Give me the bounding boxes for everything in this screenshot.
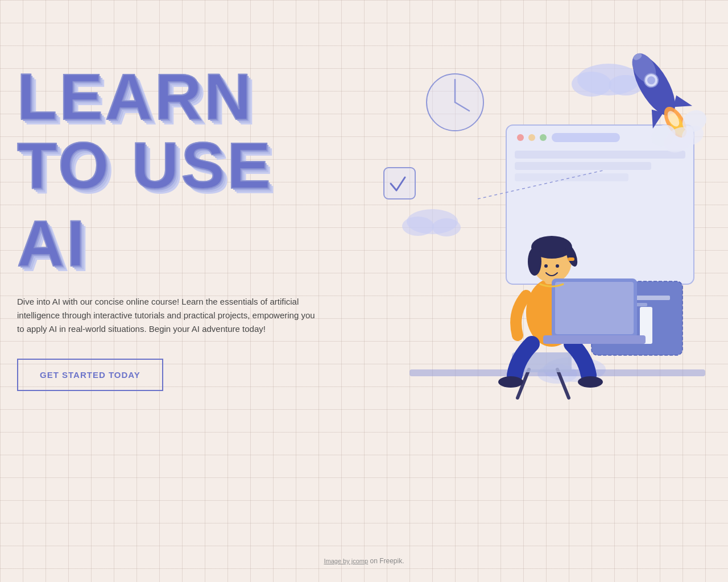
svg-point-52	[544, 264, 548, 268]
svg-point-14	[528, 134, 535, 141]
footer-suffix: on Freepik.	[370, 557, 404, 565]
svg-rect-16	[552, 133, 620, 142]
title-line-3: AI	[17, 209, 87, 278]
title-line-2: TO USE	[17, 131, 324, 200]
title-line-1: LEARN	[17, 63, 324, 131]
hero-description: Dive into AI with our concise online cou…	[17, 295, 324, 336]
svg-point-4	[572, 72, 611, 97]
svg-rect-57	[555, 282, 634, 334]
get-started-button[interactable]: GET STARTED TODAY	[17, 359, 163, 391]
svg-rect-19	[515, 173, 628, 181]
svg-point-55	[578, 376, 603, 388]
page-container: LEARN TO USE AI Dive into AI with our co…	[0, 0, 728, 582]
hero-illustration	[364, 34, 717, 421]
svg-point-13	[517, 134, 524, 141]
hero-title: LEARN TO USE AI	[17, 63, 324, 278]
svg-rect-18	[515, 162, 651, 170]
svg-rect-58	[543, 335, 646, 344]
svg-point-7	[402, 217, 434, 236]
svg-point-54	[498, 376, 523, 388]
svg-point-8	[432, 218, 461, 236]
svg-rect-17	[515, 151, 685, 159]
left-panel: LEARN TO USE AI Dive into AI with our co…	[0, 0, 341, 582]
svg-point-53	[556, 264, 559, 268]
svg-rect-11	[384, 168, 415, 199]
svg-point-49	[528, 247, 541, 276]
svg-rect-51	[568, 257, 574, 261]
right-panel	[341, 0, 728, 582]
svg-point-15	[540, 134, 547, 141]
